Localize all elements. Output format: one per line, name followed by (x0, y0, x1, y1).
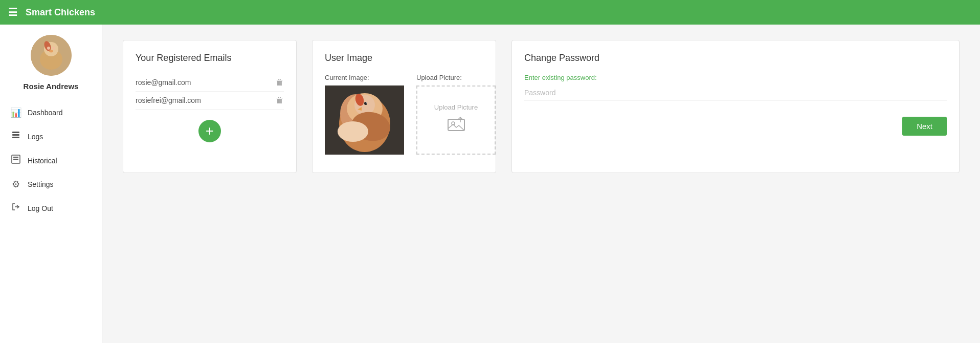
dashboard-label: Dashboard (28, 109, 63, 117)
upload-picture-button[interactable]: Upload Picture (416, 85, 496, 155)
hamburger-icon[interactable]: ☰ (8, 6, 17, 18)
logout-label: Log Out (28, 204, 53, 212)
email-row-1: rosie@gmail.com 🗑 (136, 74, 284, 92)
svg-rect-8 (12, 134, 19, 136)
svg-rect-11 (13, 157, 18, 158)
add-email-button[interactable]: + (198, 120, 221, 142)
historical-icon (10, 155, 21, 166)
svg-rect-7 (12, 132, 19, 133)
next-button[interactable]: Next (902, 117, 947, 136)
current-image-box (325, 85, 404, 155)
image-card-title: User Image (325, 53, 483, 63)
svg-point-20 (364, 102, 367, 105)
sidebar-item-historical[interactable]: Historical (0, 148, 102, 173)
sidebar-item-logout[interactable]: Log Out (0, 196, 102, 220)
upload-image-section: Upload Picture: Upload Picture (416, 74, 496, 155)
current-image-label: Current Image: (325, 74, 404, 81)
avatar (31, 35, 72, 76)
delete-email-2-button[interactable]: 🗑 (276, 96, 284, 105)
sidebar-item-settings[interactable]: ⚙ Settings (0, 173, 102, 196)
svg-rect-24 (448, 119, 464, 131)
password-field-label: Enter existing password: (524, 74, 947, 81)
settings-label: Settings (28, 180, 54, 188)
chart-icon: 📊 (10, 107, 21, 118)
sidebar-item-dashboard[interactable]: 📊 Dashboard (0, 101, 102, 124)
upload-label: Upload Picture: (416, 74, 496, 81)
logout-icon (10, 202, 21, 214)
email-card-title: Your Registered Emails (136, 53, 284, 63)
user-name: Rosie Andrews (24, 82, 79, 91)
svg-point-5 (52, 47, 55, 50)
image-card: User Image Current Image: (312, 40, 496, 173)
svg-point-23 (338, 121, 368, 142)
upload-icon (447, 115, 465, 137)
logs-icon (10, 131, 21, 142)
svg-rect-12 (13, 159, 18, 160)
svg-rect-9 (12, 137, 19, 138)
sidebar: Rosie Andrews 📊 Dashboard Logs Historica… (0, 25, 102, 343)
svg-point-4 (47, 47, 50, 50)
settings-icon: ⚙ (10, 179, 21, 190)
password-input[interactable] (524, 85, 947, 100)
email-address-2: rosiefrei@gmail.com (136, 96, 201, 104)
upload-text: Upload Picture (434, 103, 478, 111)
logs-label: Logs (28, 133, 43, 141)
app-title: Smart Chickens (26, 7, 95, 18)
delete-email-1-button[interactable]: 🗑 (276, 78, 284, 87)
password-card-title: Change Password (524, 53, 947, 63)
email-address-1: rosie@gmail.com (136, 78, 191, 87)
nav-menu: 📊 Dashboard Logs Historical ⚙ Settings (0, 101, 102, 220)
current-image-section: Current Image: (325, 74, 404, 155)
top-nav: ☰ Smart Chickens (0, 0, 980, 25)
email-card: Your Registered Emails rosie@gmail.com 🗑… (123, 40, 297, 173)
main-content: Your Registered Emails rosie@gmail.com 🗑… (102, 25, 980, 343)
historical-label: Historical (28, 157, 57, 165)
sidebar-item-logs[interactable]: Logs (0, 124, 102, 148)
email-row-2: rosiefrei@gmail.com 🗑 (136, 92, 284, 110)
svg-point-21 (366, 102, 367, 103)
password-card: Change Password Enter existing password:… (511, 40, 960, 173)
svg-point-6 (49, 50, 53, 53)
